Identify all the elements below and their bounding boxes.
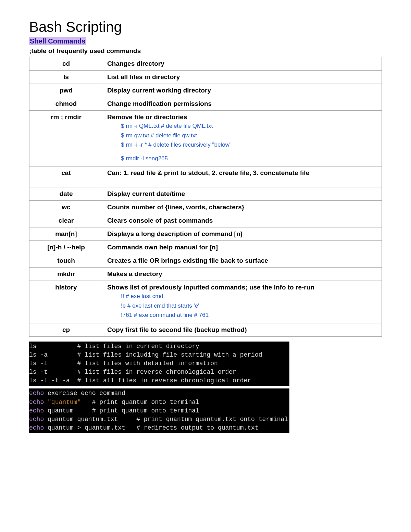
command-name-cell: ls [29, 71, 103, 84]
command-description-text: List all files in directory [107, 73, 377, 81]
command-description-text: Creates a file OR brings existing file b… [107, 257, 377, 264]
command-description-text: Can: 1. read file & print to stdout, 2. … [107, 169, 377, 177]
command-name-cell: clear [29, 214, 103, 227]
table-row: [n]-h / --helpCommands own help manual f… [29, 241, 382, 254]
command-description-cell: Commands own help manual for [n] [103, 241, 382, 254]
table-row: clearClears console of past commands [29, 214, 382, 227]
table-caption: ;table of frequently used commands [29, 47, 382, 55]
inline-code-line: $ rm -i -r * # delete files recursively … [121, 140, 377, 149]
command-description-text: Counts number of {lines, words, characte… [107, 203, 377, 211]
command-description-text: Makes a directory [107, 270, 377, 278]
table-row: rm ; rmdirRemove file or directories$ rm… [29, 111, 382, 166]
command-description-cell: Clears console of past commands [103, 214, 382, 227]
section-heading-shell-commands: Shell Commands [29, 37, 86, 45]
table-row: cpCopy first file to second file (backup… [29, 323, 382, 336]
document-page: Bash Scripting Shell Commands ;table of … [0, 0, 411, 456]
command-description-cell: Changes directory [103, 57, 382, 71]
command-name-cell: history [29, 281, 103, 323]
command-name-cell: date [29, 187, 103, 201]
command-description-text: Shows list of previously inputted comman… [107, 284, 377, 291]
command-description-text: Remove file or directories [107, 113, 377, 121]
table-row: chmodChange modification permissions [29, 97, 382, 111]
command-name-cell: cp [29, 323, 103, 336]
command-description-cell: Display current working directory [103, 84, 382, 97]
table-row: man[n]Displays a long description of com… [29, 227, 382, 241]
code-gap [107, 150, 377, 153]
command-description-cell: Change modification permissions [103, 97, 382, 111]
page-title: Bash Scripting [29, 19, 382, 35]
command-description-cell: Creates a file OR brings existing file b… [103, 254, 382, 268]
command-name-cell: wc [29, 201, 103, 214]
command-name-cell: touch [29, 254, 103, 268]
command-description-text: Clears console of past commands [107, 217, 377, 224]
command-description-text: Display current date/time [107, 190, 377, 198]
command-name-cell: chmod [29, 97, 103, 111]
table-row: touchCreates a file OR brings existing f… [29, 254, 382, 268]
command-description-cell: List all files in directory [103, 71, 382, 84]
command-description-cell: Makes a directory [103, 268, 382, 281]
command-description-cell: Counts number of {lines, words, characte… [103, 201, 382, 214]
table-row: cdChanges directory [29, 57, 382, 71]
command-description-cell: Can: 1. read file & print to stdout, 2. … [103, 166, 382, 187]
table-row: pwdDisplay current working directory [29, 84, 382, 97]
command-description-text: Display current working directory [107, 87, 377, 94]
inline-code-line: $ rmdir -i seng265 [121, 154, 377, 163]
command-description-cell: Shows list of previously inputted comman… [103, 281, 382, 323]
command-description-text: Copy first file to second file (backup m… [107, 326, 377, 334]
command-description-text: Commands own help manual for [n] [107, 244, 377, 251]
terminal-echo-examples: echo exercise echo command echo "quantum… [29, 388, 289, 433]
command-description-cell: Remove file or directories$ rm -i QML.tx… [103, 111, 382, 166]
command-name-cell: rm ; rmdir [29, 111, 103, 166]
inline-code-line: !761 # exe command at line # 761 [121, 311, 377, 320]
command-name-cell: pwd [29, 84, 103, 97]
table-row: lsList all files in directory [29, 71, 382, 84]
table-row: dateDisplay current date/time [29, 187, 382, 201]
command-name-cell: mkdir [29, 268, 103, 281]
command-name-cell: cd [29, 57, 103, 71]
command-description-cell: Displays a long description of command [… [103, 227, 382, 241]
table-row: mkdirMakes a directory [29, 268, 382, 281]
command-name-cell: [n]-h / --help [29, 241, 103, 254]
inline-code-line: !! # exe last cmd [121, 292, 377, 301]
table-row: wcCounts number of {lines, words, charac… [29, 201, 382, 214]
terminal-ls-examples: ls # list files in current directory ls … [29, 342, 289, 386]
inline-code-line: $ rm qw.txt # delete file qw.txt [121, 131, 377, 140]
command-description-text: Change modification permissions [107, 100, 377, 108]
command-name-cell: man[n] [29, 227, 103, 241]
table-row: catCan: 1. read file & print to stdout, … [29, 166, 382, 187]
inline-code-line: !e # exe last cmd that starts 'e' [121, 301, 377, 310]
table-row: historyShows list of previously inputted… [29, 281, 382, 323]
command-name-cell: cat [29, 166, 103, 187]
command-description-text: Displays a long description of command [… [107, 230, 377, 238]
command-description-cell: Display current date/time [103, 187, 382, 201]
command-description-text: Changes directory [107, 60, 377, 67]
inline-code-line: $ rm -i QML.txt # delete file QML.txt [121, 122, 377, 131]
commands-table: cdChanges directorylsList all files in d… [29, 57, 382, 337]
command-description-cell: Copy first file to second file (backup m… [103, 323, 382, 336]
